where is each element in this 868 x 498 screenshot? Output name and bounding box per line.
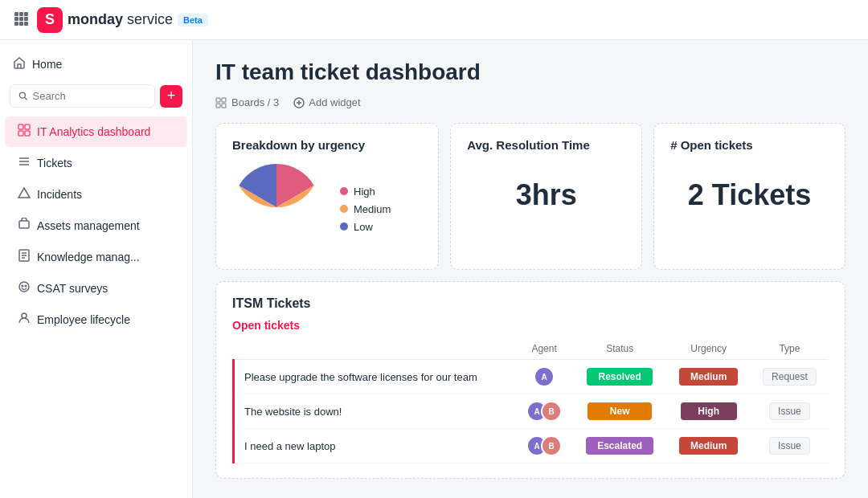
status-badge: New [588, 402, 652, 420]
pie-chart [232, 163, 321, 255]
analytics-label: IT Analytics dashboard [37, 125, 150, 138]
status-badge: Escalated [586, 437, 653, 455]
table-row[interactable]: The website is down! AB New High Issue [234, 394, 829, 429]
boards-button[interactable]: Boards / 3 [215, 96, 279, 108]
csat-label: CSAT surveys [37, 282, 108, 295]
home-icon [13, 56, 26, 71]
sidebar-nav: IT Analytics dashboardTicketsIncidentsAs… [0, 116, 192, 335]
svg-rect-0 [14, 12, 18, 16]
svg-rect-12 [25, 124, 30, 129]
legend-label: Medium [354, 203, 391, 215]
resolution-value-container: 3hrs [467, 163, 625, 227]
tickets-label: Tickets [37, 157, 72, 169]
add-button[interactable]: + [160, 85, 182, 108]
employee-label: Employee lifecycle [37, 313, 130, 326]
open-tickets-value: 2 Tickets [688, 178, 811, 212]
toolbar: Boards / 3 Add widget [215, 96, 845, 108]
home-label: Home [32, 58, 62, 71]
ticket-description: Please upgrade the software licenses for… [234, 360, 516, 394]
table-row[interactable]: I need a new laptop AB Escalated Medium … [234, 429, 829, 463]
search-box[interactable] [10, 84, 155, 108]
legend-item: Low [340, 221, 391, 233]
boards-label: Boards / 3 [231, 96, 279, 108]
svg-rect-19 [19, 221, 29, 228]
ticket-type: Issue [751, 394, 829, 429]
main-content: IT team ticket dashboard Boards / 3 Add … [193, 40, 868, 498]
svg-rect-7 [19, 22, 23, 26]
grid-icon[interactable] [13, 10, 29, 30]
svg-rect-29 [222, 98, 226, 102]
brand-name: monday service [68, 11, 173, 28]
sidebar-item-incidents[interactable]: Incidents [5, 179, 187, 210]
itsm-card: ITSM Tickets Open tickets Agent Status U… [215, 281, 845, 479]
svg-rect-14 [25, 131, 30, 136]
svg-rect-13 [18, 131, 23, 136]
ticket-urgency: Medium [666, 429, 751, 463]
legend-item: High [340, 186, 391, 198]
legend-item: Medium [340, 203, 391, 215]
svg-point-26 [25, 285, 27, 287]
col-urgency: Urgency [666, 338, 751, 360]
type-badge: Request [763, 368, 817, 386]
ticket-status: Escalated [573, 429, 666, 463]
sidebar-item-employee[interactable]: Employee lifecycle [5, 304, 187, 335]
add-widget-icon [293, 97, 305, 108]
col-description [234, 338, 516, 360]
svg-rect-31 [222, 104, 226, 108]
resolution-widget: Avg. Resolution Time 3hrs [450, 123, 642, 270]
employee-icon [18, 312, 31, 328]
svg-line-10 [25, 97, 27, 100]
ticket-agent: AB [515, 394, 573, 429]
avatar: B [541, 401, 562, 422]
add-widget-button[interactable]: Add widget [293, 96, 360, 108]
ticket-status: Resolved [573, 360, 666, 394]
svg-rect-4 [19, 17, 23, 21]
search-input[interactable] [33, 90, 146, 102]
open-tickets-widget: # Open tickets 2 Tickets [653, 123, 845, 270]
urgency-widget: Breakdown by urgency HighMed [215, 123, 439, 270]
layout: Home + IT Analytics dashboardTicketsInci… [0, 40, 868, 498]
svg-point-27 [22, 313, 27, 318]
brand-logo: S monday service Beta [37, 7, 208, 33]
col-agent: Agent [515, 338, 573, 360]
knowledge-icon [18, 249, 31, 265]
urgency-body: HighMediumLow [232, 163, 422, 255]
ticket-table: Agent Status Urgency Type Please upgrade… [232, 338, 829, 463]
incidents-label: Incidents [37, 188, 82, 201]
urgency-title: Breakdown by urgency [232, 138, 422, 152]
svg-rect-1 [19, 12, 23, 16]
svg-rect-5 [24, 17, 28, 21]
svg-point-25 [22, 285, 23, 287]
svg-rect-11 [18, 124, 23, 129]
avatar: B [541, 435, 562, 456]
ticket-type: Request [751, 360, 829, 394]
resolution-value: 3hrs [516, 178, 577, 212]
sidebar-item-home[interactable]: Home [0, 50, 192, 78]
table-row[interactable]: Please upgrade the software licenses for… [234, 360, 829, 394]
ticket-description: I need a new laptop [234, 429, 516, 463]
sidebar-item-csat[interactable]: CSAT surveys [5, 273, 187, 304]
legend-dot [340, 222, 348, 231]
open-tickets-title: # Open tickets [670, 138, 829, 152]
pie-legend: HighMediumLow [340, 186, 391, 233]
ticket-agent: AB [515, 429, 573, 463]
ticket-type: Issue [751, 429, 829, 463]
sidebar-item-knowledge[interactable]: Knowledge manag... [5, 242, 187, 272]
boards-icon [215, 97, 227, 108]
open-tickets-value-container: 2 Tickets [670, 163, 829, 227]
topbar: S monday service Beta [0, 0, 868, 40]
sidebar-item-assets[interactable]: Assets management [5, 210, 187, 241]
sidebar-item-tickets[interactable]: Tickets [5, 148, 187, 178]
add-widget-label: Add widget [309, 96, 360, 108]
type-badge: Issue [769, 437, 810, 455]
urgency-badge: Medium [679, 368, 738, 386]
incidents-icon [18, 186, 31, 202]
ticket-agent: A [515, 360, 573, 394]
urgency-badge: High [681, 402, 737, 420]
logo-s: S [37, 7, 63, 33]
beta-badge: Beta [178, 14, 208, 27]
sidebar-item-analytics[interactable]: IT Analytics dashboard [5, 116, 187, 147]
legend-dot [340, 205, 348, 213]
page-title: IT team ticket dashboard [215, 59, 845, 85]
open-tickets-label: Open tickets [232, 319, 829, 332]
